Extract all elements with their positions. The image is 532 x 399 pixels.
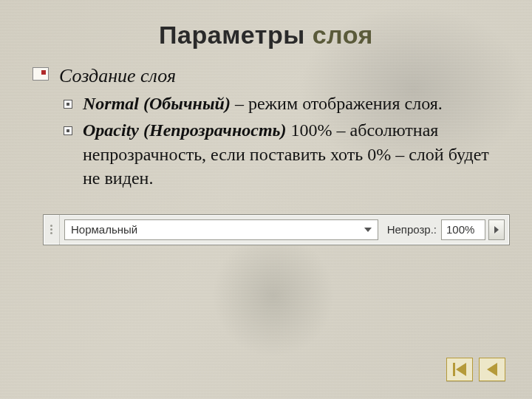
list-item: Normal (Обычный) – режим отображения сло… bbox=[33, 92, 499, 115]
blend-mode-value: Нормальный bbox=[71, 222, 137, 237]
opacity-value: 100% bbox=[446, 222, 474, 237]
nav-controls bbox=[446, 358, 505, 381]
term: Normal (Обычный) bbox=[83, 94, 231, 113]
blend-mode-dropdown[interactable]: Нормальный bbox=[64, 219, 378, 240]
list-item-text: Normal (Обычный) – режим отображения сло… bbox=[83, 92, 499, 115]
square-bullet-icon bbox=[64, 100, 72, 109]
drag-handle-icon[interactable] bbox=[44, 215, 60, 245]
chevron-down-icon bbox=[364, 228, 372, 232]
nav-first-button[interactable] bbox=[446, 358, 473, 381]
section-heading: Создание слоя bbox=[59, 63, 176, 89]
opacity-label: Непрозр.: bbox=[383, 222, 441, 237]
page-title: Параметры слоя bbox=[33, 21, 499, 50]
slide: Параметры слоя Создание слоя Normal (Обы… bbox=[0, 0, 532, 399]
list-item: Opacity (Непрозрачность) 100% – абсолютн… bbox=[33, 118, 499, 190]
content-block: Создание слоя Normal (Обычный) – режим о… bbox=[33, 63, 499, 245]
nav-prev-button[interactable] bbox=[479, 358, 505, 381]
title-word-1: Параметры bbox=[159, 21, 305, 49]
layer-toolbar: Нормальный Непрозр.: 100% bbox=[43, 214, 510, 245]
square-bullet-icon bbox=[64, 126, 72, 135]
opacity-flyout-button[interactable] bbox=[488, 219, 505, 240]
list-item-text: Opacity (Непрозрачность) 100% – абсолютн… bbox=[83, 118, 499, 190]
bar-icon bbox=[453, 363, 455, 376]
definition: – режим отображения слоя. bbox=[231, 94, 443, 113]
triangle-left-icon bbox=[487, 363, 497, 376]
section-heading-row: Создание слоя bbox=[33, 63, 499, 89]
title-word-2: слоя bbox=[313, 21, 373, 49]
triangle-right-icon bbox=[494, 226, 499, 233]
opacity-input[interactable]: 100% bbox=[441, 219, 485, 240]
term: Opacity (Непрозрачность) bbox=[83, 120, 287, 140]
triangle-left-icon bbox=[456, 363, 466, 376]
image-placeholder-icon bbox=[33, 67, 49, 81]
